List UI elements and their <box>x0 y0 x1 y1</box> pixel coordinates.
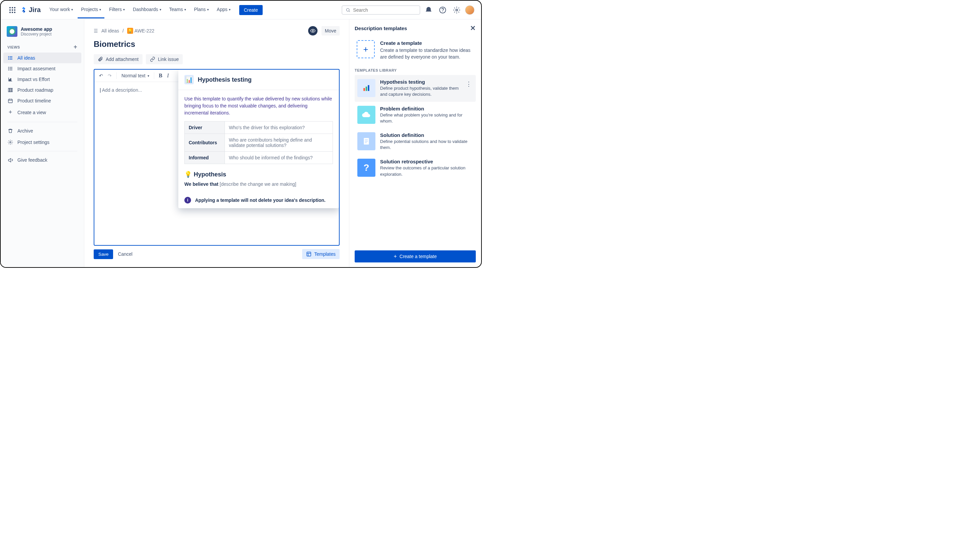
redo-icon[interactable]: ↷ <box>108 73 112 78</box>
description-placeholder: Add a description... <box>102 88 142 93</box>
jira-logo[interactable]: Jira <box>20 6 41 14</box>
create-template-card[interactable]: + Create a template Create a template to… <box>355 36 476 66</box>
svg-point-9 <box>8 57 9 58</box>
svg-point-8 <box>8 56 9 57</box>
nav-item-teams[interactable]: Teams▾ <box>166 2 189 18</box>
cancel-button[interactable]: Cancel <box>118 251 132 257</box>
undo-icon[interactable]: ↶ <box>99 73 103 78</box>
nav-item-filters[interactable]: Filters▾ <box>106 2 128 18</box>
nav-item-your-work[interactable]: Your work▾ <box>46 2 76 18</box>
templates-button[interactable]: Templates <box>302 249 340 259</box>
svg-rect-33 <box>363 88 365 91</box>
user-avatar[interactable] <box>465 5 474 15</box>
note-icon <box>357 132 375 150</box>
chart-icon: 📊 <box>185 75 194 85</box>
link-issue-button[interactable]: Link issue <box>146 54 183 64</box>
svg-point-0 <box>346 8 349 11</box>
popover-info-text: Applying a template will not delete your… <box>195 198 326 203</box>
app-switcher-icon[interactable] <box>7 5 18 15</box>
views-label: VIEWS <box>7 45 20 49</box>
svg-line-1 <box>349 11 350 12</box>
breadcrumb-all-ideas[interactable]: All ideas <box>101 28 119 34</box>
project-icon <box>7 26 18 37</box>
svg-rect-35 <box>368 85 369 91</box>
plus-icon: + <box>357 40 375 58</box>
create-button[interactable]: Create <box>239 5 262 15</box>
rpanel-title: Description templates <box>355 26 407 31</box>
nav-item-projects[interactable]: Projects▾ <box>78 2 104 18</box>
svg-rect-34 <box>366 87 367 91</box>
svg-point-3 <box>442 11 443 12</box>
sidebar-view-product-timeline[interactable]: Product timeline <box>3 96 81 106</box>
search-input[interactable] <box>342 5 420 15</box>
template-preview-popover: 📊 Hypothesis testing Use this template t… <box>178 70 339 208</box>
close-icon[interactable]: ✕ <box>470 24 476 32</box>
cloud-icon <box>357 106 375 124</box>
svg-rect-21 <box>8 88 10 92</box>
chart-icon <box>7 77 13 82</box>
info-icon: i <box>185 197 191 204</box>
table-row-label: Contributors <box>185 134 225 152</box>
svg-point-4 <box>456 9 458 11</box>
add-attachment-button[interactable]: Add attachment <box>94 54 143 64</box>
trash-icon <box>7 128 13 134</box>
svg-point-10 <box>8 59 9 59</box>
breadcrumb-issue[interactable]: 💡 AWE-222 <box>127 28 154 34</box>
sidebar-view-create-a-view[interactable]: +Create a view <box>3 106 81 118</box>
template-item-problem-definition[interactable]: Problem definitionDefine what problem yo… <box>355 102 476 128</box>
svg-rect-22 <box>10 88 11 92</box>
calendar-icon <box>7 98 13 104</box>
svg-point-28 <box>10 142 11 143</box>
create-template-desc: Create a template to standardize how ide… <box>380 47 474 60</box>
search-field[interactable] <box>353 7 416 13</box>
more-icon[interactable]: ⋮ <box>465 79 473 89</box>
sidebar-view-impact-vs-effort[interactable]: Impact vs Effort <box>3 74 81 85</box>
project-header[interactable]: Awesome app Discovery project <box>3 24 81 41</box>
nav-item-dashboards[interactable]: Dashboards▾ <box>129 2 165 18</box>
sidebar-feedback[interactable]: Give feedback <box>3 155 81 165</box>
move-button[interactable]: Move <box>321 26 340 35</box>
project-name: Awesome app <box>21 26 52 32</box>
svg-point-29 <box>312 30 313 32</box>
nav-item-plans[interactable]: Plans▾ <box>191 2 212 18</box>
save-button[interactable]: Save <box>94 249 113 259</box>
template-item-hypothesis-testing[interactable]: Hypothesis testingDefine product hypothe… <box>355 75 476 101</box>
sidebar-view-impact-assesment[interactable]: Impact assesment <box>3 63 81 74</box>
description-editor[interactable]: ↶ ↷ Normal text▾ B I | Add a description… <box>94 69 340 246</box>
believe-line: We believe that [describe the change we … <box>185 182 333 187</box>
table-row-label: Informed <box>185 152 225 164</box>
notifications-icon[interactable] <box>423 4 434 16</box>
product-name: Jira <box>29 6 41 14</box>
library-label: TEMPLATES LIBRARY <box>355 68 476 72</box>
watch-button[interactable] <box>308 26 318 35</box>
help-icon[interactable] <box>437 4 449 16</box>
gear-icon <box>7 140 13 145</box>
create-template-button[interactable]: +Create a template <box>355 250 476 262</box>
svg-point-14 <box>8 67 9 67</box>
svg-rect-23 <box>11 88 13 92</box>
svg-rect-24 <box>8 99 13 103</box>
sidebar-settings[interactable]: Project settings <box>3 137 81 148</box>
sidebar-view-product-roadmap[interactable]: Product roadmap <box>3 85 81 96</box>
bold-button[interactable]: B <box>159 73 162 79</box>
chart-icon <box>357 79 375 97</box>
list-icon <box>7 55 13 61</box>
table-row-label: Driver <box>185 121 225 134</box>
board-icon <box>7 88 13 93</box>
popover-intro: Use this template to quantify the value … <box>185 96 333 116</box>
nav-item-apps[interactable]: Apps▾ <box>213 2 234 18</box>
sidebar-archive[interactable]: Archive <box>3 126 81 136</box>
italic-button[interactable]: I <box>167 73 169 79</box>
create-template-title: Create a template <box>380 40 474 46</box>
sidebar-view-all-ideas[interactable]: All ideas <box>3 53 81 63</box>
add-view-icon[interactable]: + <box>73 43 77 51</box>
megaphone-icon <box>7 157 13 163</box>
template-item-solution-retrospective[interactable]: ?Solution retrospectiveReview the outcom… <box>355 155 476 181</box>
table-row-hint: Who's the driver for this exploration? <box>225 121 333 134</box>
text-style-dropdown[interactable]: Normal text▾ <box>121 73 149 78</box>
template-item-solution-definition[interactable]: Solution definitionDefine potential solu… <box>355 128 476 155</box>
issue-title: Biometrics <box>94 40 340 49</box>
settings-icon[interactable] <box>451 4 462 16</box>
list-icon: ☰ <box>94 28 98 34</box>
breadcrumb: ☰ All ideas / 💡 AWE-222 <box>94 28 154 34</box>
